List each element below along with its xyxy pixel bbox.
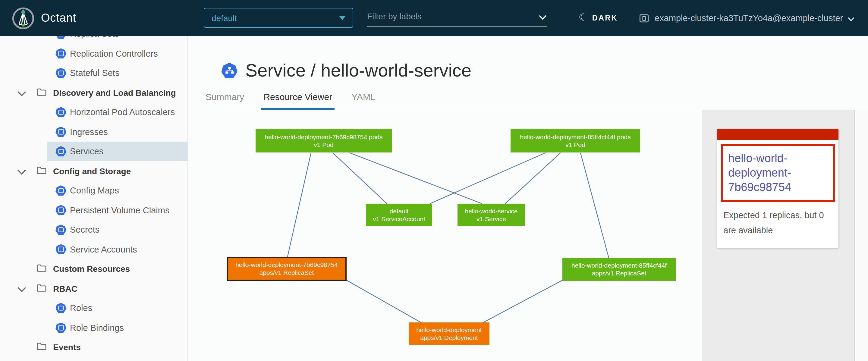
sidebar-item-label: Discovery and Load Balancing [53,88,176,97]
service-icon [56,146,66,156]
sidebar-item-persistent-volume-claims[interactable]: Persistent Volume Claims [0,200,187,220]
label-filter-placeholder: Filter by labels [367,11,422,21]
context-chevron-icon [847,15,855,22]
node-type: apps/v1 ReplicaSet [259,269,314,276]
graph-node-service-hello-world[interactable]: hello-world-servicev1 Service [458,204,525,226]
filter-underline [367,26,547,27]
sidebar-item-config-and-storage[interactable]: Config and Storage [0,161,187,181]
sidebar-item-label: Ingresses [70,127,108,136]
sidebar-item-role-bindings[interactable]: Role Bindings [0,318,187,337]
sidebar-item-label: Stateful Sets [70,68,119,78]
node-type: apps/v1 ReplicaSet [592,269,647,277]
sidebar-item-custom-resources[interactable]: Custom Resources [0,259,187,279]
sidebar-item-secrets[interactable]: Secrets [0,220,187,239]
sidebar-item-config-maps[interactable]: Config Maps [0,181,187,200]
alert-severity-bar [717,129,838,140]
sidebar-item-label: RBAC [53,284,78,293]
graph-node-serviceaccount-default[interactable]: defaultv1 ServiceAccount [366,204,432,226]
folder-icon [37,165,46,176]
sidebar-item-label: Services [70,146,103,156]
stateful-set-icon [56,68,66,78]
tab-bar: SummaryResource ViewerYAML [203,92,393,109]
sidebar-item-services[interactable]: Services [0,142,187,161]
chevron-down-icon[interactable] [18,87,26,96]
edge-replicaset-7b69c98754--deployment-hello-world [347,280,422,323]
theme-toggle[interactable]: ☾ DARK [579,0,618,36]
sidebar-item-label: Horizontal Pod Autoscalers [70,107,175,117]
app-title: Octant [41,11,76,25]
context-name: example-cluster-ka3TuTzYo4a@example-clus… [655,13,843,23]
main-content: Service / hello-world-service SummaryRes… [188,36,868,361]
edge-pod-85ff4cf44f--replicaset-85ff4cf44f [581,153,609,258]
alert-message: Expected 1 replicas, but 0 are available [717,202,838,248]
sidebar-item-horizontal-pod-autoscalers[interactable]: Horizontal Pod Autoscalers [0,102,187,122]
sidebar-item-label: Config and Storage [53,166,131,176]
sidebar-item-roles[interactable]: Roles [0,298,187,318]
replication-controller-icon [56,48,66,59]
graph-node-deployment-hello-world[interactable]: hello-world-deploymentapps/v1 Deployment [409,322,490,345]
sidebar-item-label: Config Maps [70,186,119,195]
moon-icon: ☾ [579,13,587,22]
sidebar-nav: Replica SetsReplication ControllersState… [0,24,187,357]
graph-node-pod-85ff4cf44f[interactable]: hello-world-deployment-85ff4cf44f podsv1… [510,129,640,153]
chevron-down-icon[interactable] [18,283,26,292]
namespace-selector[interactable]: default [204,8,353,28]
node-type: apps/v1 Deployment [420,334,478,341]
node-name: hello-world-service [465,207,518,215]
tab-summary[interactable]: Summary [203,92,247,107]
sidebar-item-label: Role Bindings [70,323,124,332]
octant-app: Replica SetsReplication ControllersState… [0,0,868,361]
sidebar-item-stateful-sets[interactable]: Stateful Sets [0,63,187,83]
node-name: hello-world-deployment-85ff4cf44f pods [520,133,630,141]
folder-icon [37,283,46,294]
sidebar-item-rbac[interactable]: RBAC [0,279,187,298]
secret-icon [56,225,66,235]
sidebar-item-ingresses[interactable]: Ingresses [0,122,187,142]
tab-yaml[interactable]: YAML [349,92,378,107]
node-name: hello-world-deployment-7b69c98754 [236,261,338,269]
edge-replicaset-85ff4cf44f--deployment-hello-world [482,280,562,323]
sidebar-item-events[interactable]: Events [0,337,187,357]
persistent-volume-claim-icon [56,205,66,215]
role-icon [56,303,66,313]
page-title: Service / hello-world-service [221,60,471,81]
edge-pod-7b69c98754--replicaset-7b69c98754 [287,153,311,257]
edge-pod-85ff4cf44f--service-hello-world [505,153,561,204]
edge-pod-85ff4cf44f--serviceaccount-default [430,153,546,204]
sidebar-item-label: Secrets [70,225,99,234]
edge-pod-7b69c98754--serviceaccount-default [333,153,387,204]
folder-icon [37,342,46,353]
sidebar-item-label: Events [53,342,81,352]
ingress-icon [56,127,66,137]
selected-object-link[interactable]: hello-world-deployment-7b69c98754 [728,152,791,193]
app-brand: Octant [12,7,187,29]
node-type: v1 ServiceAccount [373,215,425,223]
service-resource-icon [221,63,238,78]
chevron-down-icon[interactable] [18,166,26,174]
role-binding-icon [56,322,66,333]
graph-node-replicaset-7b69c98754[interactable]: hello-world-deployment-7b69c98754apps/v1… [227,257,347,281]
namespace-selected-value: default [212,13,339,23]
node-name: hello-world-deployment-85ff4cf44f [571,262,667,269]
filter-chevron-icon [539,12,547,20]
sidebar-item-discovery-and-load-balancing[interactable]: Discovery and Load Balancing [0,83,187,102]
sidebar-item-label: Service Accounts [70,244,137,254]
app-header: Octant default Filter by labels ☾ DARK e… [0,0,868,36]
graph-node-pod-7b69c98754[interactable]: hello-world-deployment-7b69c98754 podsv1… [255,129,392,153]
folder-icon [37,87,46,98]
octant-logo-icon [12,7,34,29]
label-filter-input[interactable]: Filter by labels [367,8,547,25]
graph-node-replicaset-85ff4cf44f[interactable]: hello-world-deployment-85ff4cf44fapps/v1… [562,258,676,281]
sidebar-item-label: Roles [70,303,92,313]
context-selector[interactable]: example-cluster-ka3TuTzYo4a@example-clus… [639,0,853,36]
page-scrollbar[interactable] [854,110,868,361]
tab-resource-viewer[interactable]: Resource Viewer [261,92,335,109]
dropdown-caret-icon [339,16,345,20]
sidebar-item-replication-controllers[interactable]: Replication Controllers [0,44,187,63]
sidebar-item-service-accounts[interactable]: Service Accounts [0,239,187,259]
selected-object-box: hello-world-deployment-7b69c98754 [721,144,835,202]
node-type: v1 Pod [314,141,333,149]
cluster-icon [639,13,649,23]
sidebar-item-label: Custom Resources [53,264,130,274]
sidebar-item-label: Replication Controllers [70,48,158,58]
